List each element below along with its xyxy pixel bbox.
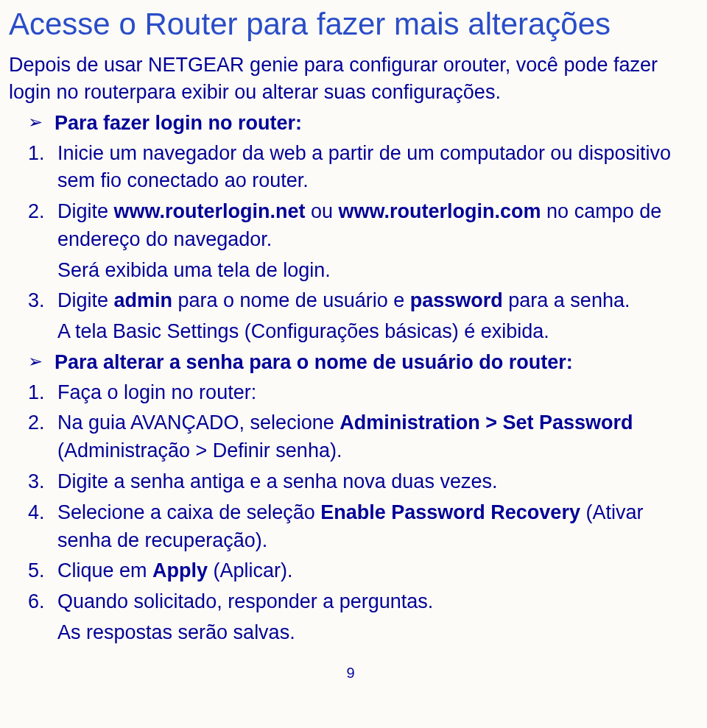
step-text-part: para a senha. xyxy=(503,289,630,311)
step-text-part: Clique em xyxy=(57,559,152,582)
step-text-part: (Administração > Definir senha). xyxy=(57,439,342,462)
step-text: Digite a senha antiga e a senha nova dua… xyxy=(57,470,497,492)
page-title: Acesse o Router para fazer mais alteraçõ… xyxy=(9,7,692,41)
login-heading-row: ➢ Para fazer login no router: xyxy=(28,110,692,136)
change-step-5: Clique em Apply (Aplicar). xyxy=(28,557,692,585)
change-step-1: Faça o login no router: xyxy=(28,379,692,407)
change-steps: Faça o login no router: Na guia AVANÇADO… xyxy=(28,379,692,616)
step-text-part: Selecione a caixa de seleção xyxy=(57,501,320,523)
page-number: 9 xyxy=(9,665,692,682)
login-section: ➢ Para fazer login no router: Inicie um … xyxy=(9,110,692,346)
change-step-4: Selecione a caixa de seleção Enable Pass… xyxy=(28,499,692,555)
login-step-1: Inicie um navegador da web a partir de u… xyxy=(28,140,692,196)
step-text-part: ou xyxy=(306,200,339,222)
step-text-part: (Aplicar). xyxy=(208,559,293,582)
login-step-2: Digite www.routerlogin.net ou www.router… xyxy=(28,198,692,254)
intro-paragraph: Depois de usar NETGEAR genie para config… xyxy=(9,52,692,105)
button-label-bold: Apply xyxy=(152,559,208,582)
login-step-3-sub: A tela Basic Settings (Configurações bás… xyxy=(57,318,692,346)
change-step-2: Na guia AVANÇADO, selecione Administrati… xyxy=(28,409,692,465)
change-heading: Para alterar a senha para o nome de usuá… xyxy=(54,349,573,375)
url-bold: www.routerlogin.net xyxy=(114,200,306,222)
step-text: Faça o login no router: xyxy=(57,381,256,403)
step-text-part: para o nome de usuário e xyxy=(172,289,410,311)
change-password-section: ➢ Para alterar a senha para o nome de us… xyxy=(9,349,692,647)
username-bold: admin xyxy=(114,289,173,311)
step-text-part: Digite xyxy=(57,200,114,222)
password-bold: password xyxy=(410,289,503,311)
change-step-6-sub: As respostas serão salvas. xyxy=(57,619,692,647)
login-steps: Inicie um navegador da web a partir de u… xyxy=(28,140,692,254)
login-step-2-sub: Será exibida uma tela de login. xyxy=(57,257,692,285)
change-step-6: Quando solicitado, responder a perguntas… xyxy=(28,588,692,616)
step-text-part: Digite xyxy=(57,289,114,311)
menu-path-bold: Administration > Set Password xyxy=(340,411,633,434)
url-bold: www.routerlogin.com xyxy=(339,200,541,222)
change-heading-row: ➢ Para alterar a senha para o nome de us… xyxy=(28,349,692,375)
change-step-3: Digite a senha antiga e a senha nova dua… xyxy=(28,468,692,496)
login-steps-cont: Digite admin para o nome de usuário e pa… xyxy=(28,287,692,315)
step-text: Inicie um navegador da web a partir de u… xyxy=(57,142,671,192)
step-text: Quando solicitado, responder a perguntas… xyxy=(57,590,433,612)
step-text-part: Na guia AVANÇADO, selecione xyxy=(57,411,340,434)
login-heading: Para fazer login no router: xyxy=(54,110,302,136)
document-page: Acesse o Router para fazer mais alteraçõ… xyxy=(0,0,707,696)
checkbox-label-bold: Enable Password Recovery xyxy=(320,501,580,523)
login-step-3: Digite admin para o nome de usuário e pa… xyxy=(28,287,692,315)
arrow-icon: ➢ xyxy=(28,110,43,135)
arrow-icon: ➢ xyxy=(28,349,43,374)
